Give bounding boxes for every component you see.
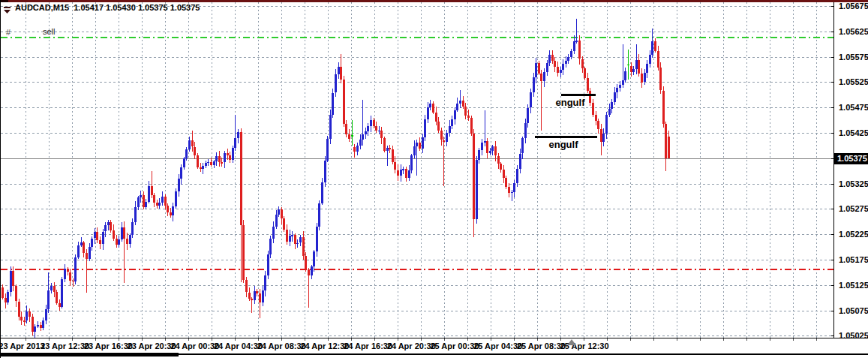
candle-body bbox=[562, 64, 564, 70]
time-axis[interactable]: 23 Apr 201323 Apr 12:3023 Apr 16:3023 Ap… bbox=[1, 338, 868, 353]
time-tick-mark bbox=[49, 338, 50, 341]
candle-body bbox=[7, 292, 9, 302]
grid-line-horizontal bbox=[1, 32, 833, 32]
candle-body bbox=[513, 183, 515, 192]
candle-body bbox=[575, 41, 578, 42]
price-tick-mark bbox=[831, 6, 834, 7]
candle-body bbox=[281, 209, 283, 218]
time-tick-label: 23 Apr 2013 bbox=[0, 341, 45, 350]
candle-body bbox=[221, 162, 223, 164]
candle-body bbox=[232, 148, 234, 160]
time-tick-label: 24 Apr 08:30 bbox=[257, 341, 306, 350]
sell-order-line[interactable] bbox=[1, 37, 833, 38]
symbol-period: AUDCAD,M15 bbox=[15, 3, 69, 12]
candle-body bbox=[641, 74, 643, 83]
candle-body bbox=[83, 242, 85, 254]
price-tick-label: 1.05225 bbox=[839, 230, 868, 239]
time-tick-mark bbox=[72, 338, 73, 341]
price-tick-mark bbox=[831, 32, 834, 32]
price-tick-label: 1.05075 bbox=[839, 306, 868, 315]
price-tick-mark bbox=[831, 57, 834, 58]
candle-body bbox=[272, 227, 275, 239]
candle-body bbox=[476, 160, 478, 219]
time-tick-label: 25 Apr 08:30 bbox=[517, 341, 566, 350]
time-tick-mark bbox=[305, 338, 305, 341]
grid-line-horizontal bbox=[1, 133, 833, 134]
grid-line-vertical bbox=[584, 2, 584, 338]
candle-body bbox=[185, 149, 188, 158]
candle-body bbox=[34, 326, 36, 332]
candle-body bbox=[137, 197, 140, 206]
candle-body bbox=[104, 225, 107, 232]
candle-body bbox=[413, 146, 416, 155]
candle-body bbox=[481, 143, 483, 150]
time-tick-label: 23 Apr 16:30 bbox=[84, 341, 133, 350]
candle-body bbox=[632, 69, 635, 72]
candle-body bbox=[251, 299, 253, 300]
candle-body bbox=[464, 107, 467, 116]
time-tick-label: 23 Apr 12:30 bbox=[41, 341, 89, 350]
candle-body bbox=[627, 65, 629, 66]
time-tick-mark bbox=[746, 338, 747, 341]
time-tick-label: 24 Apr 12:30 bbox=[300, 341, 349, 350]
candle-body bbox=[651, 41, 653, 55]
engulf-annotation-line[interactable] bbox=[561, 94, 596, 96]
engulf-annotation-line[interactable] bbox=[535, 136, 597, 138]
price-tick-label: 1.05125 bbox=[839, 281, 868, 290]
candle-body bbox=[102, 232, 104, 244]
candle-body bbox=[15, 286, 17, 301]
candle-body bbox=[543, 72, 545, 81]
chart-collapse-icon[interactable] bbox=[3, 4, 12, 11]
candle-body bbox=[597, 121, 599, 129]
time-tick-label: 25 Apr 00:30 bbox=[430, 341, 479, 350]
candle-body bbox=[375, 126, 377, 131]
candle-body bbox=[245, 280, 248, 292]
candle-body bbox=[113, 230, 115, 239]
grid-line-vertical bbox=[607, 2, 608, 338]
price-tick-label: 1.05275 bbox=[839, 204, 868, 213]
candle-body bbox=[505, 178, 507, 187]
time-tick-mark bbox=[770, 338, 770, 341]
price-tick-mark bbox=[831, 335, 834, 336]
candle-wick bbox=[403, 167, 404, 174]
candle-body bbox=[194, 147, 196, 155]
time-tick-mark bbox=[677, 338, 677, 341]
grid-line-vertical bbox=[816, 2, 817, 338]
candle-body bbox=[110, 222, 112, 230]
chart-plot-area[interactable]: AUDCAD,M15 1.05417 1.05430 1.05375 1.053… bbox=[1, 0, 833, 338]
candle-body bbox=[2, 287, 4, 298]
candle-body bbox=[614, 92, 616, 101]
grid-line-horizontal bbox=[1, 285, 833, 286]
price-tick-mark bbox=[831, 311, 834, 311]
candle-body bbox=[581, 59, 584, 68]
grid-line-vertical bbox=[305, 2, 305, 338]
time-tick-mark bbox=[700, 338, 701, 341]
candle-body bbox=[659, 68, 662, 91]
grid-line-vertical bbox=[328, 2, 329, 338]
grid-line-vertical bbox=[421, 2, 422, 338]
candle-body bbox=[42, 320, 44, 328]
price-axis[interactable]: 1.05375 1.056751.056251.055751.055251.05… bbox=[834, 0, 868, 338]
candle-body bbox=[662, 91, 665, 125]
order-sell-label[interactable]: sell bbox=[43, 27, 56, 36]
candle-body bbox=[343, 80, 345, 124]
candle-body bbox=[622, 80, 624, 85]
chart-shift-marker-icon[interactable] bbox=[567, 339, 576, 345]
candle-body bbox=[551, 55, 554, 61]
grid-line-vertical bbox=[49, 2, 50, 338]
price-tick-label: 1.05675 bbox=[839, 2, 868, 11]
candle-body bbox=[467, 116, 470, 119]
price-tick-mark bbox=[831, 285, 834, 286]
candle-body bbox=[286, 230, 288, 242]
candle-body bbox=[45, 309, 47, 320]
time-tick-mark bbox=[560, 338, 561, 341]
candle-body bbox=[234, 138, 236, 148]
candle-body bbox=[332, 93, 334, 115]
time-tick-mark bbox=[188, 338, 189, 341]
candle-body bbox=[654, 41, 656, 51]
candle-body bbox=[489, 151, 491, 153]
stop-level-line[interactable] bbox=[1, 269, 833, 270]
candle-body bbox=[89, 247, 91, 259]
candle-body bbox=[74, 257, 77, 282]
candle-wick bbox=[352, 120, 353, 146]
